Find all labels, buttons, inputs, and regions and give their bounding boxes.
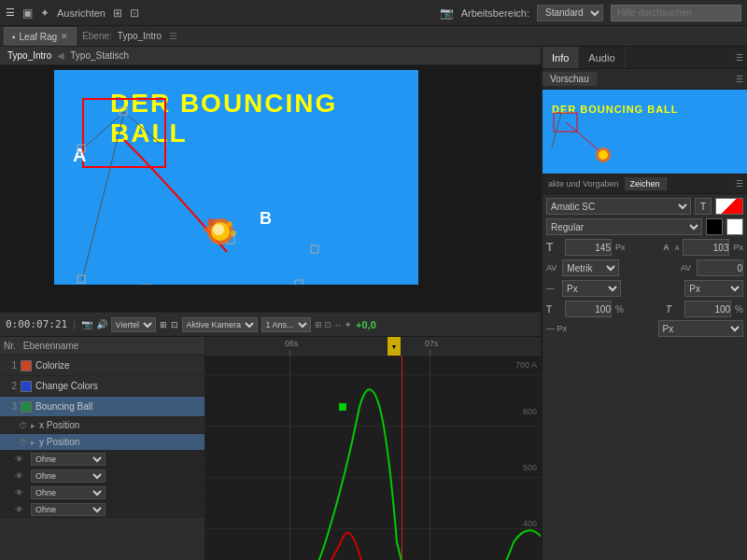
effect-rows: 👁 Ohne 👁 Ohne 👁 Ohne: [0, 451, 204, 518]
px-select[interactable]: Px: [562, 280, 621, 297]
svg-rect-3: [78, 275, 85, 283]
scale-h-input[interactable]: [565, 301, 612, 317]
stopwatch-icon-y: ⏱: [19, 438, 27, 447]
camera-small-icon: 📷: [81, 319, 92, 329]
stroke-color-swatch[interactable]: [726, 218, 743, 235]
camera-select[interactable]: Aktive Kamera: [182, 317, 258, 332]
layer-tab-bar: Typo_Intro ◀ Typo_Statisch: [0, 47, 541, 65]
scale-v-icon: T: [666, 304, 681, 315]
scale-v-percent: %: [735, 304, 743, 315]
layers-panel: Nr. Ebenenname 1 Colorize 2 Change Color…: [0, 337, 541, 560]
layer-name-bouncing-ball: Bouncing Ball: [35, 401, 201, 412]
workspace-select[interactable]: Standard: [537, 5, 603, 21]
layer-num-1: 1: [4, 360, 21, 371]
panel-tabs-bar: akte und Vorgaben Zeichen ☰: [543, 174, 747, 194]
mic-icon: 🔊: [96, 319, 107, 329]
scale-v-input[interactable]: [684, 301, 731, 317]
camera-icon: 📷: [440, 7, 454, 20]
kerning-label-av: AV: [546, 263, 557, 273]
layer-label: Ebene:: [77, 31, 118, 41]
font-style-select[interactable]: Regular: [546, 218, 702, 235]
font-browse-icon[interactable]: T: [695, 198, 712, 215]
vorschau-bar: Vorschau ☰: [543, 69, 747, 90]
character-panel: Amatic SC T Regular T Px A A: [543, 194, 747, 344]
tick-06s: [289, 350, 290, 355]
layer-name: Typo_Intro: [118, 31, 162, 41]
tab-audio[interactable]: Audio: [579, 47, 625, 68]
tab-separator: ◀: [57, 50, 64, 61]
eye-icon-2[interactable]: 👁: [15, 471, 23, 481]
preview-thumbnail: DER BOUNCING BALL: [543, 90, 747, 174]
font-family-select[interactable]: Amatic SC: [546, 198, 691, 215]
zeichen-menu[interactable]: ☰: [732, 177, 747, 190]
tab-zeichen[interactable]: Zeichen: [625, 177, 667, 190]
effect-select-2[interactable]: Ohne: [31, 469, 106, 483]
tab-info[interactable]: Info: [543, 47, 579, 68]
tab-label: Leaf Rag: [20, 32, 58, 42]
kerning-select[interactable]: Metrik: [562, 259, 618, 276]
tab-close-icon[interactable]: ✕: [61, 32, 68, 41]
sub-layer-x[interactable]: ⏱ ▸ x Position: [0, 417, 204, 434]
tab-icon: ▪: [12, 32, 16, 42]
options-icon: ☰: [162, 31, 177, 41]
fill-color-swatch[interactable]: [706, 218, 723, 235]
svg-point-14: [227, 221, 233, 227]
dash-label: —: [546, 284, 558, 293]
tracking-unit: Px: [733, 243, 743, 252]
search-input[interactable]: [611, 5, 741, 21]
svg-point-15: [204, 227, 209, 232]
stopwatch-icon-x: ⏱: [19, 421, 27, 430]
sub-layer-name-y: y Position: [39, 437, 79, 447]
layer-num-2: 2: [4, 381, 21, 391]
sub-layer-y[interactable]: ⏱ ▸ y Position: [0, 434, 204, 451]
header-name: Ebenenname: [23, 341, 79, 351]
tab-bar: ▪ Leaf Rag ✕ Ebene: Typo_Intro ☰: [0, 26, 747, 47]
layer-tab-typo-intro[interactable]: Typo_Intro: [7, 50, 51, 61]
layer-row-bouncing-ball[interactable]: 3 Bouncing Ball: [0, 397, 204, 417]
panel-menu-icon[interactable]: ☰: [732, 51, 747, 64]
extra-label: — Px: [546, 324, 567, 333]
svg-point-13: [207, 218, 215, 226]
ball-cluster: [192, 203, 248, 252]
tracking-input[interactable]: [683, 239, 729, 256]
views-select[interactable]: 1 Ans...: [261, 317, 311, 332]
tab-vorschau[interactable]: Vorschau: [543, 72, 598, 86]
layer-color-2: [21, 381, 32, 392]
layer-row-colorize[interactable]: 1 Colorize: [0, 356, 204, 376]
effect-select-1[interactable]: Ohne: [31, 453, 106, 466]
layer-row-change-colors[interactable]: 2 Change Colors: [0, 376, 204, 397]
effect-row-4: 👁 Ohne: [0, 501, 204, 518]
toolbar-icon-2: ✦: [40, 7, 49, 20]
effect-select-3[interactable]: Ohne: [31, 486, 106, 499]
view-icons: ⊞ ⊡ ↔ ✦: [315, 320, 353, 329]
eye-icon-4[interactable]: 👁: [15, 505, 23, 514]
tab-akte[interactable]: akte und Vorgaben: [543, 177, 625, 190]
graph-ruler: ▼ 06s 07s 08s 09s: [205, 337, 541, 356]
font-size-icon: T: [546, 241, 561, 254]
annotation-b: B: [260, 209, 272, 229]
effect-select-4[interactable]: Ohne: [31, 503, 106, 516]
sub-layer-name-x: x Position: [39, 420, 79, 430]
eye-icon-3[interactable]: 👁: [15, 488, 23, 497]
right-panel: Info Audio ☰ Vorschau ☰ DER BOUNCING BAL…: [542, 47, 747, 560]
extra-select[interactable]: Px: [658, 320, 744, 337]
layer-color-3: [21, 401, 32, 413]
eye-icon-1[interactable]: 👁: [15, 455, 23, 464]
layer-tab-typo-statisch[interactable]: Typo_Statisch: [70, 50, 129, 61]
scale-h-percent: %: [615, 304, 624, 315]
timeline-controls: 0:00:07:21 | 📷 🔊 Viertel ⊞ ⊡ Aktive Kame…: [0, 313, 541, 337]
scale-h-icon: T: [546, 304, 561, 315]
font-size-input[interactable]: [565, 239, 612, 256]
vorschau-menu[interactable]: ☰: [732, 73, 747, 86]
tab-leaf-rag[interactable]: ▪ Leaf Rag ✕: [4, 27, 77, 46]
transform-icon: ⊡: [130, 7, 139, 20]
effect-row-3: 👁 Ohne: [0, 484, 204, 501]
preview-canvas: DER BOUNCING BALL A: [54, 70, 418, 285]
indent-input[interactable]: [697, 259, 743, 276]
region-icon: ⊡: [171, 320, 178, 329]
svg-point-16: [231, 231, 236, 236]
px-select2[interactable]: Px: [684, 280, 743, 297]
color-gradient-swatch[interactable]: [715, 198, 743, 215]
magnification-select[interactable]: Viertel: [111, 317, 156, 332]
main-area: Typo_Intro ◀ Typo_Statisch DER BOUNCING …: [0, 47, 747, 560]
